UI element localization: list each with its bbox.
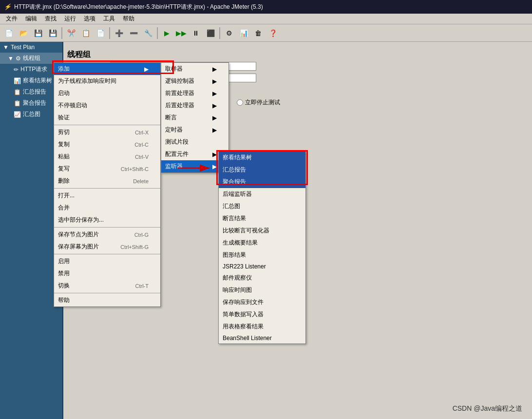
ctx3-compare[interactable]: 比较断言可视化器	[219, 225, 305, 237]
ctx-validate[interactable]: 验证	[54, 112, 160, 124]
ctx2-assertion[interactable]: 断言 ▶	[161, 112, 228, 124]
toolbar-sep-4	[219, 27, 220, 39]
ctx3-beanshell[interactable]: BeanShell Listener	[219, 333, 305, 343]
ctx-help[interactable]: 帮助	[54, 294, 160, 306]
ctx-add-response-time[interactable]: 为子线程添加响应时间	[54, 75, 160, 87]
ctx3-summary-gen[interactable]: 生成概要结果	[219, 237, 305, 249]
ctx-merge[interactable]: 合并	[54, 202, 160, 214]
ctx3-table-view[interactable]: 用表格察看结果	[219, 321, 305, 333]
ctx3-save-response[interactable]: 保存响应到文件	[219, 296, 305, 308]
toolbar-remove[interactable]: ➖	[127, 26, 140, 40]
ctx3-aggregate[interactable]: 聚合报告	[219, 176, 305, 188]
ctx-start[interactable]: 启动	[54, 87, 160, 99]
toolbar-paste[interactable]: 📄	[94, 26, 107, 40]
ctx3-summary-label: 汇总报告	[223, 166, 246, 174]
title-bar: ⚡ HTTP请求.jmx (D:\Software\Jmeter\apache-…	[0, 0, 532, 14]
ctx3-summary-report[interactable]: 汇总报告	[219, 164, 305, 176]
ctx-start-no-pause[interactable]: 不停顿启动	[54, 99, 160, 112]
toolbar-open[interactable]: 📂	[17, 26, 30, 40]
ctx3-jsr223[interactable]: JSR223 Listener	[219, 261, 305, 272]
ctx3-assertion-result-label: 断言结果	[223, 214, 246, 223]
toolbar-save[interactable]: 💾	[31, 26, 45, 40]
ctx2-assertion-arrow: ▶	[212, 114, 217, 121]
toolbar-config[interactable]: ⚙	[222, 26, 236, 40]
ctx-add[interactable]: 添加 ▶	[54, 63, 160, 75]
menu-find[interactable]: 查找	[41, 14, 60, 24]
tree-item-view-results[interactable]: 📊 察看结果树	[0, 75, 62, 86]
toolbar-saveas[interactable]: 💾	[46, 26, 59, 40]
toolbar-copy[interactable]: 📋	[79, 26, 93, 40]
ctx-open[interactable]: 打开...	[54, 190, 160, 202]
ctx3-backend[interactable]: 后端监听器	[219, 188, 305, 200]
toolbar-pause[interactable]: ⏸	[189, 26, 203, 40]
ctx2-fragment[interactable]: 测试片段	[161, 136, 228, 148]
ctx2-pre[interactable]: 前置处理器 ▶	[161, 87, 228, 99]
toolbar-help[interactable]: ❓	[266, 26, 280, 40]
ctx2-sampler-arrow: ▶	[212, 66, 217, 73]
tree-item-aggregate[interactable]: 📋 聚合报告	[0, 97, 62, 109]
toolbar-run-all[interactable]: ▶▶	[174, 26, 188, 40]
toolbar-report[interactable]: 📊	[237, 26, 250, 40]
toolbar-add[interactable]: ➕	[112, 26, 126, 40]
ctx3-compare-label: 比较断言可视化器	[223, 227, 269, 235]
ctx2-listener-label: 监听器	[165, 162, 183, 171]
ctx-merge-label: 合并	[58, 204, 70, 212]
ctx-paste[interactable]: 粘贴 Ctrl-V	[54, 151, 160, 163]
menu-tools[interactable]: 工具	[99, 14, 119, 24]
tree-item-http-label: HTTP请求	[20, 65, 47, 74]
ctx2-post[interactable]: 后置处理器 ▶	[161, 99, 228, 112]
ctx-save-node-img[interactable]: 保存节点为图片 Ctrl-G	[54, 229, 160, 241]
tree-item-http[interactable]: ✏ HTTP请求	[0, 64, 62, 75]
ctx3-simple-data[interactable]: 简单数据写入器	[219, 308, 305, 321]
ctx-enable[interactable]: 启用	[54, 255, 160, 267]
tree-item-view-icon: 📊	[14, 77, 21, 84]
menu-options[interactable]: 选项	[80, 14, 99, 24]
menu-help[interactable]: 帮助	[119, 14, 138, 24]
ctx2-sampler-label: 取样器	[165, 65, 183, 73]
ctx2-timer-label: 定时器	[165, 126, 183, 134]
context-menu-1: 添加 ▶ 为子线程添加响应时间 启动 不停顿启动 验证 剪切 Ctrl-X 复制…	[54, 62, 161, 307]
toolbar-stop[interactable]: ⬛	[204, 26, 217, 40]
tree-item-http-icon: ✏	[14, 66, 19, 73]
ctx-copy-label: 复制	[58, 140, 70, 149]
ctx2-assertion-label: 断言	[165, 114, 177, 122]
tree-item-threadgroup[interactable]: ▼ ⚙ 线程组	[0, 53, 62, 64]
tree-item-graph[interactable]: 📈 汇总图	[0, 109, 62, 120]
ctx-dup-label: 复写	[58, 165, 70, 173]
toolbar-cut[interactable]: ✂️	[64, 26, 78, 40]
menu-edit[interactable]: 编辑	[21, 14, 41, 24]
ctx-validate-label: 验证	[58, 114, 70, 122]
ctx3-graph-results[interactable]: 图形结果	[219, 249, 305, 261]
ctx-save-selection[interactable]: 选中部分保存为...	[54, 214, 160, 226]
ctx2-logic[interactable]: 逻辑控制器 ▶	[161, 75, 228, 87]
ctx-cut[interactable]: 剪切 Ctrl-X	[54, 126, 160, 138]
ctx-copy[interactable]: 复制 Ctrl-C	[54, 138, 160, 151]
ctx-sep-4	[54, 254, 160, 254]
ctx-delete[interactable]: 删除 Delete	[54, 175, 160, 187]
tree-item-view-label: 察看结果树	[23, 76, 52, 85]
toolbar-clear[interactable]: 🗑	[251, 26, 265, 40]
ctx2-sampler[interactable]: 取样器 ▶	[161, 63, 228, 75]
ctx-duplicate[interactable]: 复写 Ctrl+Shift-C	[54, 163, 160, 175]
ctx3-save-response-label: 保存响应到文件	[223, 298, 264, 306]
ctx-disable[interactable]: 禁用	[54, 267, 160, 280]
ctx-start-np-label: 不停顿启动	[58, 101, 87, 110]
ctx3-view-results[interactable]: 察看结果树	[219, 152, 305, 164]
menu-run[interactable]: 运行	[60, 14, 80, 24]
toolbar-settings[interactable]: 🔧	[141, 26, 155, 40]
ctx-save-screen-img[interactable]: 保存屏幕为图片 Ctrl+Shift-G	[54, 241, 160, 253]
ctx-toggle[interactable]: 切换 Ctrl-T	[54, 280, 160, 292]
ctx2-timer[interactable]: 定时器 ▶	[161, 124, 228, 136]
toolbar-new[interactable]: 📄	[2, 26, 16, 40]
ctx3-response-time[interactable]: 响应时间图	[219, 284, 305, 296]
ctx-add-arrow: ▶	[144, 66, 149, 73]
ctx3-graph[interactable]: 汇总图	[219, 200, 305, 212]
menu-file[interactable]: 文件	[2, 14, 21, 24]
tree-item-summary[interactable]: 📋 汇总报告	[0, 86, 62, 97]
ctx-open-label: 打开...	[58, 191, 75, 200]
ctx3-assertion-result[interactable]: 断言结果	[219, 212, 305, 225]
ctx3-mail[interactable]: 邮件观察仪	[219, 272, 305, 284]
toolbar-run[interactable]: ▶	[160, 26, 173, 40]
radio-stop-now[interactable]: 立即停止测试	[237, 98, 280, 107]
ctx2-config-arrow: ▶	[212, 151, 217, 158]
